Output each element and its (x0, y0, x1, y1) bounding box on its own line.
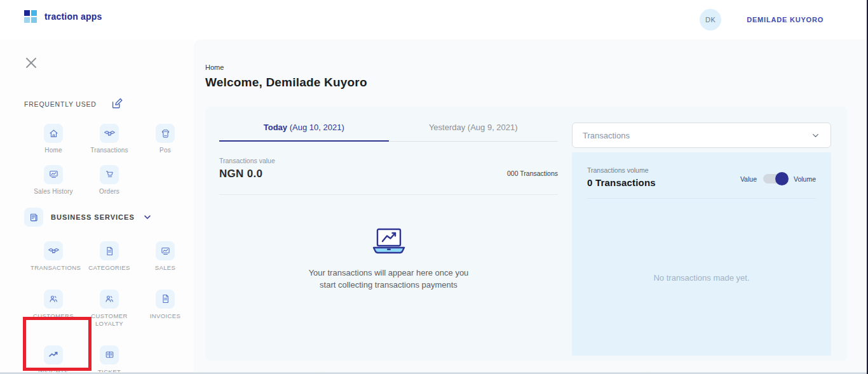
sidebar-item-label: INVOICES (150, 312, 181, 320)
tab-yesterday[interactable]: Yesterday (Aug 9, 2021) (389, 123, 559, 142)
top-header: traction apps DK DEMILADE KUYORO (0, 0, 868, 39)
empty-state-line2: start collecting transactions payments (309, 279, 469, 291)
user-menu: DK DEMILADE KUYORO (700, 9, 824, 30)
frequently-used-title: FREQUENTLY USED (24, 100, 97, 108)
tab-today-date: (Aug 10, 2021) (290, 123, 344, 132)
sidebar-item-label: SALES (155, 264, 176, 272)
volume-value: 0 Transactions (587, 177, 656, 188)
ticket-icon (100, 345, 119, 364)
edit-icon[interactable] (111, 98, 123, 110)
sidebar-item-label: CUSTOMER LOYALTY (86, 312, 132, 328)
sidebar-item-label: Transactions (90, 147, 128, 155)
sidebar-item-sales[interactable]: SALES (137, 241, 193, 272)
main-content: Home Welcome, Demilade Kuyoro Today (Aug… (194, 39, 868, 374)
transactions-value: NGN 0.0 (219, 168, 275, 180)
value-volume-toggle[interactable] (763, 174, 787, 184)
sidebar-item-home[interactable]: Home (25, 124, 81, 155)
transactions-count: 000 Transactions (507, 170, 558, 177)
sidebar: FREQUENTLY USED Home Transactions Pos (0, 39, 194, 374)
close-icon[interactable] (24, 56, 38, 70)
sidebar-item-insights[interactable]: INSIGHTS (25, 345, 81, 374)
transactions-dropdown[interactable]: Transactions (572, 123, 831, 148)
divider (219, 194, 558, 195)
business-services-header[interactable]: BUSINESS SERVICES (24, 208, 153, 227)
people-icon (100, 290, 119, 309)
user-name[interactable]: DEMILADE KUYORO (747, 16, 824, 23)
page-title: Welcome, Demilade Kuyoro (205, 76, 367, 90)
panel-empty-text: No transactions made yet. (572, 273, 831, 283)
trend-icon (44, 345, 63, 364)
sidebar-item-transactions-biz[interactable]: TRANSACTIONS (25, 241, 81, 272)
brand-name: traction apps (44, 11, 102, 22)
frequently-used-header: FREQUENTLY USED (24, 98, 123, 110)
sidebar-item-pos[interactable]: Pos (137, 124, 193, 155)
people-icon (44, 290, 63, 309)
sidebar-item-label: Sales History (34, 188, 73, 196)
breadcrumb[interactable]: Home (205, 63, 224, 71)
value-volume-toggle-row: Value Volume (740, 174, 816, 184)
business-services-title: BUSINESS SERVICES (51, 213, 135, 221)
transactions-empty-state: Your transactions will appear here once … (219, 228, 558, 291)
sidebar-item-ticket[interactable]: TICKET (81, 345, 137, 374)
sidebar-item-label: Pos (159, 147, 171, 155)
transactions-card-right: Transactions Transactions volume 0 Trans… (572, 107, 831, 361)
sales-chart-icon (156, 241, 175, 260)
sidebar-item-label: Orders (99, 188, 119, 196)
transactions-volume-panel: Transactions volume 0 Transactions Value… (572, 152, 831, 356)
sidebar-item-label: Home (44, 147, 62, 155)
brand-logo[interactable]: traction apps (24, 10, 102, 23)
volume-label: Transactions volume (587, 166, 656, 174)
divider (587, 198, 816, 199)
sidebar-item-label: TRANSACTIONS (31, 264, 76, 272)
handshake-icon (44, 241, 63, 260)
document-icon (156, 290, 175, 309)
business-services-grid: TRANSACTIONS CATEGORIES SALES CUSTOMERS … (25, 241, 193, 374)
sidebar-item-transactions[interactable]: Transactions (81, 124, 137, 155)
chevron-down-icon[interactable] (142, 212, 153, 222)
tab-today[interactable]: Today (Aug 10, 2021) (219, 123, 389, 142)
sidebar-item-orders[interactable]: Orders (81, 165, 137, 196)
document-icon (100, 241, 119, 260)
frequently-used-grid: Home Transactions Pos Sales History Orde… (25, 124, 193, 196)
sidebar-item-sales-history[interactable]: Sales History (25, 165, 81, 196)
sidebar-item-categories[interactable]: CATEGORIES (81, 241, 137, 272)
transactions-summary: Transactions value NGN 0.0 000 Transacti… (219, 157, 558, 180)
handshake-icon (100, 124, 119, 143)
tab-today-label: Today (264, 123, 287, 132)
sidebar-item-label: CUSTOMERS (33, 312, 74, 320)
home-icon (44, 124, 63, 143)
toggle-value-label[interactable]: Value (740, 175, 757, 183)
cart-icon (100, 165, 119, 184)
toggle-knob (775, 172, 789, 185)
tab-yesterday-label: Yesterday (Aug 9, 2021) (429, 123, 518, 132)
newspaper-icon (24, 208, 43, 227)
chevron-down-icon (811, 131, 820, 140)
toggle-volume-label[interactable]: Volume (794, 175, 816, 183)
sidebar-item-customers[interactable]: CUSTOMERS (25, 290, 81, 320)
pos-terminal-icon (156, 124, 175, 143)
sidebar-item-label: CATEGORIES (88, 264, 130, 272)
sales-chart-icon (44, 165, 63, 184)
traction-apps-logo-icon (24, 10, 37, 23)
sidebar-item-customer-loyalty[interactable]: CUSTOMER LOYALTY (81, 290, 137, 328)
transactions-value-label: Transactions value (219, 157, 275, 164)
empty-state-line1: Your transactions will appear here once … (309, 267, 469, 279)
laptop-chart-icon (369, 228, 409, 257)
date-tabs: Today (Aug 10, 2021) Yesterday (Aug 9, 2… (219, 123, 558, 142)
transactions-card: Today (Aug 10, 2021) Yesterday (Aug 9, 2… (205, 107, 848, 361)
avatar[interactable]: DK (700, 9, 721, 30)
dropdown-selected-value: Transactions (583, 131, 630, 140)
sidebar-item-invoices[interactable]: INVOICES (137, 290, 193, 320)
transactions-card-left: Today (Aug 10, 2021) Yesterday (Aug 9, 2… (205, 107, 572, 361)
